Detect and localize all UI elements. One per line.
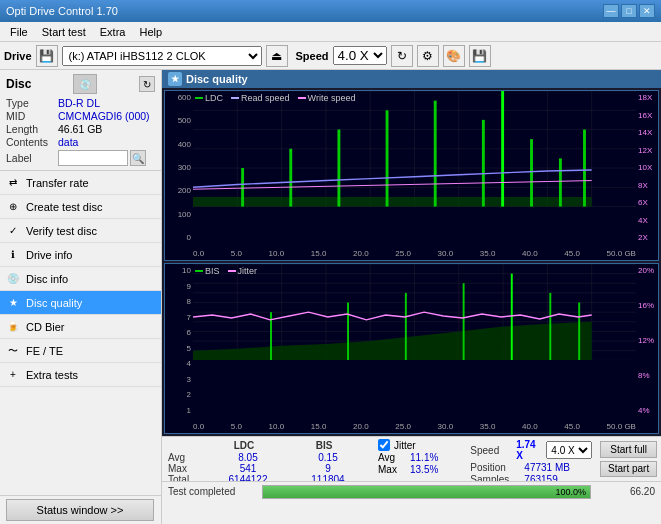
svg-rect-21 (434, 101, 437, 207)
sidebar-item-disc-quality[interactable]: ★ Disc quality (0, 291, 161, 315)
jitter-label: Jitter (394, 440, 416, 451)
jitter-checkbox[interactable] (378, 439, 390, 451)
drive-icon: 💾 (36, 45, 58, 67)
disc-contents-row: Contents data (6, 136, 155, 148)
disc-quality-header-icon: ★ (168, 72, 182, 86)
verify-test-disc-icon: ✓ (6, 224, 20, 238)
disc-length-row: Length 46.61 GB (6, 123, 155, 135)
menu-start-test[interactable]: Start test (36, 25, 92, 39)
speed-key: Speed (470, 445, 512, 456)
transfer-rate-icon: ⇄ (6, 176, 20, 190)
speed-selector[interactable]: 4.0 X (333, 46, 387, 65)
sidebar-item-fe-te[interactable]: 〜 FE / TE (0, 339, 161, 363)
maximize-button[interactable]: □ (621, 4, 637, 18)
close-button[interactable]: ✕ (639, 4, 655, 18)
bis-x-axis: 0.0 5.0 10.0 15.0 20.0 25.0 30.0 35.0 40… (193, 415, 636, 433)
legend-ldc: LDC (195, 93, 223, 103)
legend-write-speed-dot (298, 97, 306, 99)
disc-contents-value: data (58, 136, 78, 148)
drive-info-icon: ℹ (6, 248, 20, 262)
col-bis: BIS (284, 439, 364, 452)
stats-bar: LDC BIS Avg 8.05 0.15 Max 541 9 Total (162, 436, 661, 524)
svg-rect-26 (583, 130, 586, 207)
ldc-y-axis: 600 500 400 300 200 100 0 (165, 91, 193, 242)
disc-refresh-icon[interactable]: ↻ (139, 76, 155, 92)
save-button[interactable]: 💾 (469, 45, 491, 67)
status-window-button[interactable]: Status window >> (6, 499, 154, 521)
sidebar-item-drive-info[interactable]: ℹ Drive info (0, 243, 161, 267)
svg-rect-23 (501, 91, 504, 207)
legend-jitter-dot (228, 270, 236, 272)
legend-read-speed: Read speed (231, 93, 290, 103)
extra-tests-icon: + (6, 368, 20, 382)
disc-panel-title: Disc (6, 77, 31, 91)
sidebar-item-extra-tests[interactable]: + Extra tests (0, 363, 161, 387)
disc-type-row: Type BD-R DL (6, 97, 155, 109)
nav-label-cd-bier: CD Bier (26, 321, 65, 333)
sidebar-item-disc-info[interactable]: 💿 Disc info (0, 267, 161, 291)
start-full-button[interactable]: Start full (600, 441, 657, 458)
max-ldc: 541 (208, 463, 288, 474)
speed-select-stats[interactable]: 4.0 X (546, 441, 592, 459)
drive-label: Drive (4, 50, 32, 62)
sidebar-item-create-test-disc[interactable]: ⊕ Create test disc (0, 195, 161, 219)
jitter-header-row: Jitter (378, 439, 462, 451)
disc-quality-header: ★ Disc quality (162, 70, 661, 88)
minimize-button[interactable]: — (603, 4, 619, 18)
disc-label-input[interactable] (58, 150, 128, 166)
jitter-avg-row: Avg 11.1% (378, 452, 462, 463)
eject-button[interactable]: ⏏ (266, 45, 288, 67)
speed-label: Speed (296, 50, 329, 62)
max-bis: 9 (288, 463, 368, 474)
progress-bar-fill (263, 486, 590, 498)
sidebar-item-verify-test-disc[interactable]: ✓ Verify test disc (0, 219, 161, 243)
svg-rect-19 (337, 130, 340, 207)
stats-max-row: Max 541 9 (168, 463, 368, 474)
legend-jitter: Jitter (228, 266, 258, 276)
menu-file[interactable]: File (4, 25, 34, 39)
svg-rect-24 (530, 139, 533, 206)
refresh-button[interactable]: ↻ (391, 45, 413, 67)
sidebar-item-transfer-rate[interactable]: ⇄ Transfer rate (0, 171, 161, 195)
svg-rect-52 (511, 274, 513, 361)
drive-selector[interactable]: (k:) ATAPI iHBS112 2 CLOK (62, 46, 262, 66)
avg-bis: 0.15 (288, 452, 368, 463)
nav-label-transfer-rate: Transfer rate (26, 177, 89, 189)
jitter-max-val: 13.5% (410, 464, 438, 475)
menu-help[interactable]: Help (133, 25, 168, 39)
progress-bar-container: 100.0% (262, 485, 591, 499)
disc-panel-header: Disc 💿 ↻ (6, 74, 155, 94)
nav-label-disc-quality: Disc quality (26, 297, 82, 309)
svg-rect-25 (559, 158, 562, 206)
jitter-section: Jitter Avg 11.1% Max 13.5% (374, 437, 466, 481)
cd-bier-icon: 🍺 (6, 320, 20, 334)
progress-text: 100.0% (555, 487, 586, 497)
create-test-disc-icon: ⊕ (6, 200, 20, 214)
stats-header: LDC BIS (168, 439, 368, 452)
disc-label-icon-button[interactable]: 🔍 (130, 150, 146, 166)
menu-extra[interactable]: Extra (94, 25, 132, 39)
speed-value: 1.74 X (516, 439, 540, 461)
status-text: Test completed (168, 486, 258, 497)
fe-te-icon: 〜 (6, 344, 20, 358)
disc-quality-icon: ★ (6, 296, 20, 310)
config-button[interactable]: ⚙ (417, 45, 439, 67)
color-button[interactable]: 🎨 (443, 45, 465, 67)
disc-info-panel: Disc 💿 ↻ Type BD-R DL MID CMCMAGDI6 (000… (0, 70, 161, 171)
disc-type-value: BD-R DL (58, 97, 100, 109)
nav-label-drive-info: Drive info (26, 249, 72, 261)
status-bar-section: Status window >> (0, 495, 161, 524)
start-part-button[interactable]: Start part (600, 461, 657, 478)
sidebar-item-cd-bier[interactable]: 🍺 CD Bier (0, 315, 161, 339)
nav-label-extra-tests: Extra tests (26, 369, 78, 381)
app-title: Opti Drive Control 1.70 (6, 5, 118, 17)
avg-ldc: 8.05 (208, 452, 288, 463)
stats-row2: Test completed 100.0% 66.20 (162, 481, 661, 501)
disc-mid-row: MID CMCMAGDI6 (000) (6, 110, 155, 122)
bis-chart-svg (193, 264, 636, 360)
legend-write-speed: Write speed (298, 93, 356, 103)
charts-container: LDC Read speed Write speed 600 500 400 (162, 90, 661, 436)
bis-y-axis: 10 9 8 7 6 5 4 3 2 1 (165, 264, 193, 415)
svg-rect-50 (405, 293, 407, 360)
toolbar: Drive 💾 (k:) ATAPI iHBS112 2 CLOK ⏏ Spee… (0, 42, 661, 70)
